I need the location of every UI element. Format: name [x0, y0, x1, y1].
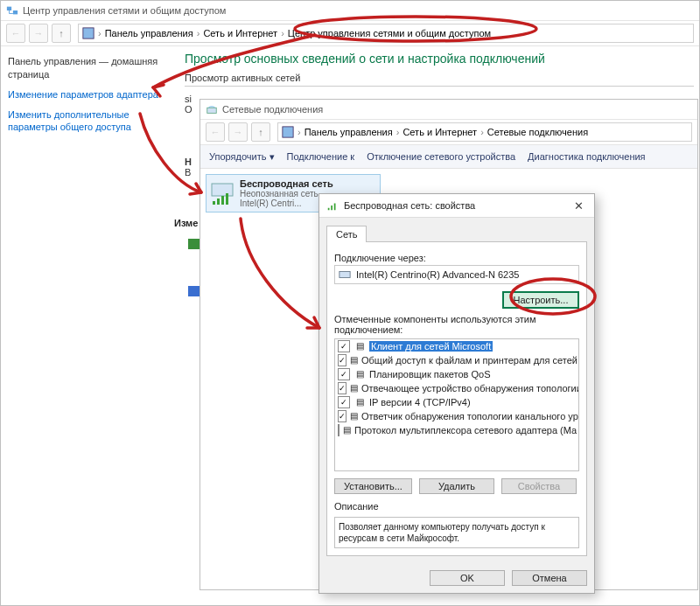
window-title: Центр управления сетями и общим доступом — [23, 5, 226, 16]
component-row[interactable]: ▤Ответчик обнаружения топологии канально… — [335, 409, 578, 423]
change-settings-stub: Изме — [174, 218, 198, 228]
dialog-footer: OK Отмена — [319, 563, 594, 593]
component-icon: ▤ — [354, 369, 366, 380]
wireless-adapter-icon — [210, 178, 234, 206]
svg-rect-1 — [13, 10, 18, 14]
back-button[interactable]: ← — [6, 24, 25, 43]
components-list[interactable]: ▤Клиент для сетей Microsoft▤Общий доступ… — [334, 338, 579, 471]
sidebar-home[interactable]: Панель управления — домашняя страница — [8, 52, 165, 85]
toolbar-organize[interactable]: Упорядочить ▾ — [209, 151, 275, 163]
component-icon: ▤ — [350, 355, 358, 366]
adapter-icon-2 — [188, 286, 200, 296]
dialog-title: Беспроводная сеть: свойства — [344, 200, 475, 211]
component-icon: ▤ — [350, 383, 358, 394]
remove-button[interactable]: Удалить — [419, 478, 494, 494]
toolbar: Упорядочить ▾ Подключение к Отключение с… — [200, 145, 697, 169]
component-checkbox[interactable] — [338, 396, 350, 408]
back-button[interactable]: ← — [206, 122, 225, 142]
chevron-right-icon: › — [298, 127, 301, 137]
component-icon: ▤ — [354, 341, 366, 352]
properties-button[interactable]: Свойства — [501, 478, 577, 494]
svg-rect-0 — [7, 7, 11, 10]
forward-button[interactable]: → — [29, 24, 48, 43]
nav-bar: ← → ↑ › Панель управления › Сеть и Интер… — [1, 21, 699, 46]
component-checkbox[interactable] — [338, 424, 340, 436]
chevron-right-icon: › — [197, 28, 200, 38]
connection-name: Беспроводная сеть — [240, 178, 333, 189]
crumb-network-internet[interactable]: Сеть и Интернет — [203, 28, 277, 38]
wireless-icon — [326, 199, 339, 212]
component-row[interactable]: ▤IP версии 4 (TCP/IPv4) — [335, 395, 578, 409]
component-row[interactable]: ▤Общий доступ к файлам и принтерам для с… — [335, 353, 578, 367]
crumb-control-panel[interactable]: Панель управления — [105, 28, 193, 38]
component-checkbox[interactable] — [338, 368, 350, 380]
component-checkbox[interactable] — [338, 354, 346, 366]
page-title: Просмотр основных сведений о сети и наст… — [185, 52, 694, 66]
svg-rect-2 — [83, 28, 94, 38]
svg-rect-4 — [283, 127, 293, 137]
components-label: Отмеченные компоненты используются этим … — [334, 314, 579, 335]
component-name: IP версии 4 (TCP/IPv4) — [369, 397, 471, 407]
sidebar-adapter-settings[interactable]: Изменение параметров адаптера — [8, 85, 165, 105]
cancel-button[interactable]: Отмена — [512, 570, 587, 586]
breadcrumb[interactable]: › Панель управления › Сеть и Интернет › … — [277, 122, 692, 142]
network-icon — [6, 4, 18, 17]
toolbar-connect[interactable]: Подключение к — [287, 151, 355, 162]
adapter-icon — [188, 239, 200, 249]
component-icon: ▤ — [350, 411, 358, 421]
component-icon: ▤ — [343, 425, 351, 435]
connect-via-label: Подключение через: — [334, 253, 579, 263]
section-active-networks: Просмотр активных сетей — [185, 73, 694, 87]
adapter-card-icon — [339, 268, 351, 281]
window-title: Сетевые подключения — [222, 104, 323, 115]
adapter-name: Intel(R) Centrino(R) Advanced-N 6235 — [356, 269, 519, 280]
tab-panel: Подключение через: Intel(R) Centrino(R) … — [326, 241, 587, 556]
component-checkbox[interactable] — [338, 382, 346, 394]
component-name: Ответчик обнаружения топологии канальног… — [361, 411, 579, 421]
component-name: Клиент для сетей Microsoft — [369, 341, 493, 352]
component-name: Отвечающее устройство обнаружения тополо… — [361, 383, 579, 394]
dialog-body: Сеть Подключение через: Intel(R) Centrin… — [319, 218, 594, 563]
tab-network[interactable]: Сеть — [326, 226, 367, 242]
component-name: Планировщик пакетов QoS — [369, 369, 491, 380]
control-panel-icon — [282, 126, 294, 138]
toolbar-disable[interactable]: Отключение сетевого устройства — [367, 151, 515, 162]
configure-button[interactable]: Настроить... — [502, 291, 579, 309]
crumb-network-connections[interactable]: Сетевые подключения — [487, 127, 588, 137]
sidebar-advanced-sharing[interactable]: Изменить дополнительные параметры общего… — [8, 105, 165, 138]
install-button[interactable]: Установить... — [334, 478, 412, 494]
dialog-title-bar: Беспроводная сеть: свойства ✕ — [319, 194, 594, 218]
window-title-bar: Сетевые подключения — [200, 100, 697, 120]
component-row[interactable]: ▤Клиент для сетей Microsoft — [335, 339, 578, 353]
up-button[interactable]: ↑ — [52, 24, 71, 43]
crumb-control-panel[interactable]: Панель управления — [304, 127, 393, 137]
component-checkbox[interactable] — [338, 410, 346, 422]
nav-bar: ← → ↑ › Панель управления › Сеть и Интер… — [200, 120, 697, 145]
svg-rect-3 — [207, 108, 217, 113]
svg-rect-6 — [340, 272, 350, 278]
component-name: Общий доступ к файлам и принтерам для се… — [361, 355, 579, 366]
component-name: Протокол мультиплексора сетевого адаптер… — [354, 425, 577, 435]
chevron-right-icon: › — [281, 28, 284, 38]
crumb-network-center[interactable]: Центр управления сетями и общим доступом — [288, 28, 491, 38]
component-row[interactable]: ▤Протокол мультиплексора сетевого адапте… — [335, 423, 578, 437]
breadcrumb[interactable]: › Панель управления › Сеть и Интернет › … — [78, 24, 694, 43]
component-buttons: Установить... Удалить Свойства — [334, 478, 579, 494]
adapter-box: Intel(R) Centrino(R) Advanced-N 6235 — [334, 265, 579, 284]
component-row[interactable]: ▤Отвечающее устройство обнаружения топол… — [335, 381, 578, 395]
toolbar-diagnostics[interactable]: Диагностика подключения — [528, 151, 645, 162]
close-button[interactable]: ✕ — [570, 199, 587, 212]
network-icon — [206, 103, 218, 115]
component-icon: ▤ — [354, 397, 366, 407]
chevron-right-icon: › — [98, 28, 102, 38]
description-text: Позволяет данному компьютеру получать до… — [334, 517, 579, 548]
chevron-right-icon: › — [396, 127, 400, 137]
svg-rect-5 — [212, 184, 233, 196]
window-title-bar: Центр управления сетями и общим доступом — [1, 1, 699, 21]
forward-button[interactable]: → — [228, 122, 248, 142]
component-checkbox[interactable] — [338, 340, 350, 352]
crumb-network-internet[interactable]: Сеть и Интернет — [402, 127, 477, 137]
up-button[interactable]: ↑ — [251, 122, 270, 142]
ok-button[interactable]: OK — [430, 570, 505, 586]
component-row[interactable]: ▤Планировщик пакетов QoS — [335, 367, 578, 381]
